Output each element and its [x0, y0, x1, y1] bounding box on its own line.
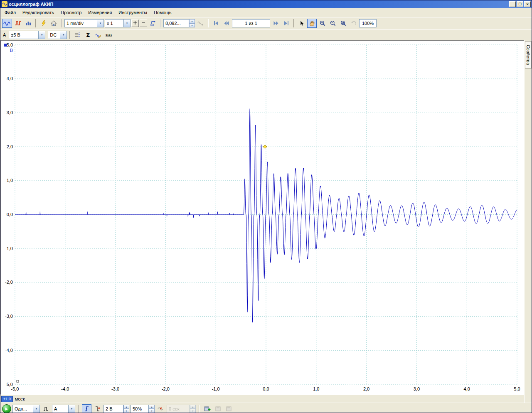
pointer-tool-button[interactable] [297, 19, 306, 28]
minimize-button[interactable]: _ [509, 1, 516, 7]
svg-text:-5,0: -5,0 [11, 386, 19, 391]
pretrigger-spinner[interactable]: 50% ▲ ▼ [131, 405, 155, 413]
edit-signal-button[interactable] [94, 30, 103, 39]
separator [160, 19, 161, 27]
zoom-window-button[interactable] [338, 19, 348, 28]
menu-item-file[interactable]: Файл [1, 8, 19, 17]
tab-properties[interactable]: Свойства [525, 41, 532, 69]
pan-tool-button[interactable] [307, 19, 317, 28]
menu-item-view[interactable]: Просмотр [57, 8, 85, 17]
spin-down-icon[interactable]: ▼ [189, 23, 195, 27]
disk-icon [215, 406, 221, 412]
add-measurement-button[interactable] [202, 404, 212, 413]
zoom-in-button[interactable] [318, 19, 327, 28]
spin-down-icon[interactable]: ▼ [190, 409, 196, 413]
last-page-button[interactable] [281, 19, 291, 28]
trigger-mode-combo[interactable]: Одн... ▾ [12, 405, 40, 413]
scale-combo[interactable]: x 1 ▾ [105, 19, 131, 27]
trigger-source-combo[interactable]: A ▾ [52, 405, 75, 413]
home-button[interactable] [49, 19, 59, 28]
undo-zoom-button[interactable] [349, 19, 358, 28]
channel-range-combo[interactable]: ±5 В ▾ [9, 31, 45, 39]
svg-text:-3,0: -3,0 [111, 386, 119, 391]
menu-item-measurements[interactable]: Измерения [85, 8, 115, 17]
svg-text:-4,0: -4,0 [61, 386, 69, 391]
holdoff-spinner[interactable]: 0 сек ▲ ▼ [167, 405, 196, 413]
pretrigger-value[interactable]: 50% [131, 405, 149, 413]
offset-badge[interactable]: +1.0 [1, 396, 13, 402]
holdoff-value[interactable]: 0 сек [167, 405, 190, 413]
svg-text:-3,0: -3,0 [5, 314, 13, 319]
trigger-level-spinner[interactable]: 2 В ▲ ▼ [103, 405, 129, 413]
menu-item-tools[interactable]: Инструменты [115, 8, 150, 17]
chevron-down-icon[interactable]: ▾ [60, 31, 66, 39]
prev-page-button[interactable] [222, 19, 231, 28]
spectrum-bars-icon [25, 20, 32, 26]
chevron-down-icon[interactable]: ▾ [38, 31, 45, 39]
timebase-combo[interactable]: 1 ms/div ▾ [64, 19, 104, 27]
zoom-in-icon [320, 20, 325, 26]
page-indicator[interactable]: 1 из 1 [232, 19, 270, 27]
scale-reset-button[interactable] [148, 19, 158, 28]
home-icon [51, 20, 57, 26]
spin-up-icon[interactable]: ▲ [189, 19, 195, 23]
scale-minus-button[interactable] [140, 20, 147, 27]
maximize-button[interactable]: ❐ [517, 1, 523, 7]
digital-view-button[interactable]: 0101 [104, 30, 113, 39]
svg-text:2,0: 2,0 [363, 386, 369, 391]
run-button[interactable]: ▶ [2, 404, 11, 413]
square-view-button[interactable] [13, 19, 22, 28]
plot-panel: -5,0-4,0-3,0-2,0-1,00,01,02,03,04,05,05,… [0, 40, 524, 395]
probe-settings-button[interactable] [73, 30, 82, 39]
chevron-down-icon[interactable]: ▾ [97, 20, 103, 27]
coupling-combo[interactable]: DC ▾ [48, 31, 67, 39]
spectrum-view-button[interactable] [23, 19, 33, 28]
math-sum-button[interactable]: Σ [83, 30, 93, 39]
channel-bar: A ±5 В ▾ DC ▾ Σ 0101 [0, 29, 532, 40]
svg-text:-2,0: -2,0 [5, 280, 13, 285]
first-page-button[interactable] [211, 19, 221, 28]
window-title: осциллограф АКИП [9, 2, 508, 7]
plot-area[interactable]: -5,0-4,0-3,0-2,0-1,00,01,02,03,04,05,05,… [1, 41, 524, 394]
wave-edit-icon [95, 32, 101, 38]
separator [69, 31, 70, 39]
spin-up-icon[interactable]: ▲ [149, 405, 155, 409]
svg-text:4,0: 4,0 [7, 76, 13, 81]
menu-item-edit[interactable]: Редактировать [19, 8, 57, 17]
rising-edge-icon [84, 406, 90, 412]
spin-down-icon[interactable]: ▼ [149, 409, 155, 413]
rising-edge-button[interactable] [82, 404, 91, 413]
falling-edge-button[interactable] [93, 404, 102, 413]
trigger-marker-button[interactable] [156, 404, 165, 413]
zoom-level-field[interactable]: 100% [359, 19, 377, 27]
digital-0101-icon: 0101 [106, 33, 112, 37]
spin-up-icon[interactable]: ▲ [123, 405, 129, 409]
app-window: осциллограф АКИП _ ❐ ✕ Файл Редактироват… [0, 0, 532, 413]
scale-plus-button[interactable] [131, 20, 139, 27]
undo-icon [351, 20, 357, 26]
app-icon [2, 1, 7, 7]
main-toolbar: 1 ms/div ▾ x 1 ▾ 8,092... ▲ ▼ 1 из 1 [0, 17, 532, 29]
offset-value[interactable]: 8,092... [163, 19, 189, 27]
spin-up-icon[interactable]: ▲ [190, 405, 196, 409]
chevron-down-icon[interactable]: ▾ [33, 405, 39, 413]
next-page-button[interactable] [271, 19, 281, 28]
close-button[interactable]: ✕ [524, 1, 531, 7]
chevron-down-icon[interactable]: ▾ [123, 20, 130, 27]
export-button[interactable] [224, 404, 234, 413]
status-strip: +1.0 мсек [0, 395, 524, 403]
trigger-level-value[interactable]: 2 В [103, 405, 123, 413]
save-button[interactable] [213, 404, 223, 413]
single-pulse-button[interactable] [41, 404, 51, 413]
zoom-out-button[interactable] [328, 19, 337, 28]
menubar: Файл Редактировать Просмотр Измерения Ин… [0, 8, 532, 17]
channel-a-label: A [2, 32, 8, 37]
export-waveform-button[interactable] [196, 19, 205, 28]
chevron-down-icon[interactable]: ▾ [68, 405, 75, 413]
titlebar: осциллограф АКИП _ ❐ ✕ [0, 0, 532, 8]
offset-spinner[interactable]: 8,092... ▲ ▼ [163, 19, 195, 27]
scope-view-button[interactable] [2, 19, 12, 28]
autosetup-button[interactable] [39, 19, 48, 28]
menu-item-help[interactable]: Помощь [150, 8, 175, 17]
spin-down-icon[interactable]: ▼ [123, 409, 129, 413]
